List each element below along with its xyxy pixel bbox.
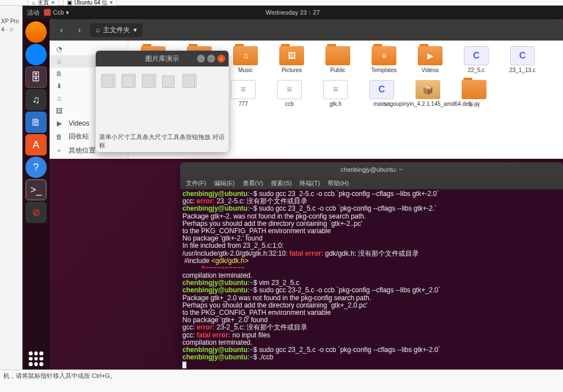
cursor [182, 362, 186, 368]
thumb-icon[interactable] [162, 75, 175, 88]
terminal-menubar: 文件(F)编辑(E)查看(V)搜索(S)终端(T)帮助(H) [180, 177, 563, 189]
nav-forward-button[interactable]: › [72, 23, 87, 37]
terminal-title[interactable]: chenbingjy@ubuntu: ~ [180, 162, 563, 177]
file-icon [325, 46, 350, 65]
nav-back-button[interactable]: ‹ [54, 23, 69, 37]
overlay-status: 菜单小尺寸工具条大尺寸工具条按钮拖放 对话框 [99, 133, 229, 150]
terminal-icon: >_ [30, 184, 42, 196]
thumb-icon[interactable] [142, 75, 154, 88]
terminal-line: chenbingjy@ubuntu:~$ ./ccb [182, 354, 561, 361]
close-icon[interactable]: × [110, 0, 113, 6]
dock-thunderbird[interactable] [25, 44, 47, 65]
close-icon[interactable]: × [51, 0, 55, 6]
app-menu[interactable]: Ccb ▾ [44, 9, 69, 16]
menu-item[interactable]: 搜索(S) [271, 179, 292, 188]
host-left-panel: XP Pro 4 · ☆ [0, 6, 23, 369]
overlay-body [96, 66, 229, 97]
dock-show-apps[interactable] [25, 348, 47, 369]
minimize-button[interactable]: – [197, 55, 205, 63]
dock-screenshot[interactable]: ⊘ [25, 202, 47, 223]
file-icon: C [510, 46, 535, 65]
sb-icon: ⌂ [55, 57, 63, 65]
file-icon: C [369, 80, 394, 99]
sb-icon: 🗎 [55, 70, 63, 78]
dock-writer[interactable]: 🗎 [25, 112, 47, 133]
sb-icon: ⬇ [55, 82, 63, 90]
home-icon: ⌂ [96, 26, 100, 34]
file-item[interactable]: ≡ccb [274, 80, 305, 109]
desktop: 🗄 ♫ 🗎 A ? >_ ⊘ ‹ › ⌂ 主文件夹 ▾ ◔⌂🗎⬇♫🖼▶Vi [23, 19, 563, 369]
files-header: ‹ › ⌂ 主文件夹 ▾ [50, 19, 563, 41]
sb-label: Videos [69, 119, 89, 127]
dock-software[interactable]: A [25, 134, 47, 155]
path-bar[interactable]: ⌂ 主文件夹 ▾ [90, 23, 142, 37]
file-item[interactable]: ≡Templates [368, 46, 400, 73]
dock-firefox[interactable] [25, 21, 47, 43]
sb-icon: ▶ [55, 119, 63, 127]
file-item[interactable]: ≡777 [227, 80, 259, 109]
sb-icon: ◔ [55, 45, 63, 53]
dock: 🗄 ♫ 🗎 A ? >_ ⊘ [23, 19, 50, 369]
file-icon: ≡ [372, 46, 396, 65]
file-label: 示例 [468, 101, 480, 109]
sb-label: 回收站 [69, 132, 89, 141]
file-icon: ▶ [418, 46, 443, 65]
file-label: Pictures [282, 67, 302, 73]
file-item[interactable]: ♫Music [230, 46, 261, 73]
file-icon: ≡ [277, 80, 302, 99]
host-tab-bar: ⌂主页× ▣Ubuntu 64 位× [0, 0, 563, 6]
file-item[interactable]: 🖼Pictures [276, 46, 307, 73]
dock-files[interactable]: 🗄 [25, 66, 47, 88]
host-status-bar: 机，请将鼠标指针移入其中或按 Ctrl+G。 [0, 369, 563, 392]
vm-display: 活动 Ccb ▾ Wednesday 23：27 🗄 ♫ 🗎 A ? >_ ⊘ … [23, 6, 563, 369]
image-demo-window: 图片库演示 – □ × 菜单小尺寸工具条大尺寸工具条按钮拖放 对话框 [96, 51, 229, 152]
file-icon: C [464, 46, 489, 65]
gnome-top-bar: 活动 Ccb ▾ Wednesday 23：27 [23, 6, 563, 19]
file-icon: 📦 [415, 80, 440, 99]
file-item[interactable]: 示例 [458, 80, 490, 109]
thumb-icon[interactable] [101, 75, 114, 88]
file-label: Music [238, 67, 253, 73]
file-label: 22_5.c [468, 67, 485, 73]
clock[interactable]: Wednesday 23：27 [266, 8, 320, 17]
file-icon: 🖼 [279, 46, 304, 65]
doc-icon: 🗎 [31, 117, 41, 128]
menu-item[interactable]: 查看(V) [243, 179, 263, 188]
chevron-down-icon: ▾ [133, 26, 137, 34]
help-icon: ? [33, 162, 39, 173]
file-item[interactable]: ≡gtk.h [320, 80, 351, 109]
file-icon: ≡ [323, 80, 348, 99]
file-label: gtk.h [329, 101, 342, 107]
file-icon: ≡ [231, 80, 256, 99]
file-item[interactable]: C23_1_13.c [507, 46, 538, 73]
thumb-icon[interactable] [182, 75, 195, 88]
file-label: ccb [285, 101, 294, 107]
dock-help[interactable]: ? [25, 157, 47, 178]
sb-icon: ＋ [55, 146, 63, 155]
dock-rhythmbox[interactable]: ♫ [25, 89, 47, 110]
bag-icon: A [33, 139, 39, 151]
file-label: Public [330, 67, 345, 73]
menu-item[interactable]: 终端(T) [300, 179, 320, 188]
file-item[interactable]: ▶Videos [414, 46, 446, 73]
no-icon: ⊘ [32, 206, 41, 219]
maximize-button[interactable]: □ [207, 55, 215, 63]
music-icon: ♫ [32, 94, 40, 106]
file-icon [462, 80, 486, 99]
window-title[interactable]: 图片库演示 – □ × [96, 51, 229, 66]
close-button[interactable]: × [217, 55, 225, 63]
menu-item[interactable]: 帮助(H) [328, 179, 348, 188]
thumb-icon[interactable] [122, 75, 134, 88]
file-item[interactable]: Public [322, 46, 354, 73]
activities-button[interactable]: 活动 [27, 8, 39, 17]
home-icon: ⌂ [32, 0, 35, 6]
sb-icon: ♫ [55, 95, 63, 103]
file-item[interactable]: 📦sogoupinyin_4.2.1.145_amd64.deb [412, 80, 444, 109]
file-label: 777 [239, 101, 248, 107]
terminal-body[interactable]: chenbingjy@ubuntu:~$ sudo gcc 23_2-5.c -… [180, 189, 563, 369]
menu-item[interactable]: 编辑(E) [214, 179, 235, 188]
sb-icon: 🖼 [55, 107, 63, 115]
menu-item[interactable]: 文件(F) [186, 179, 206, 188]
file-item[interactable]: C22_5.c [461, 46, 492, 73]
dock-terminal[interactable]: >_ [25, 179, 47, 201]
